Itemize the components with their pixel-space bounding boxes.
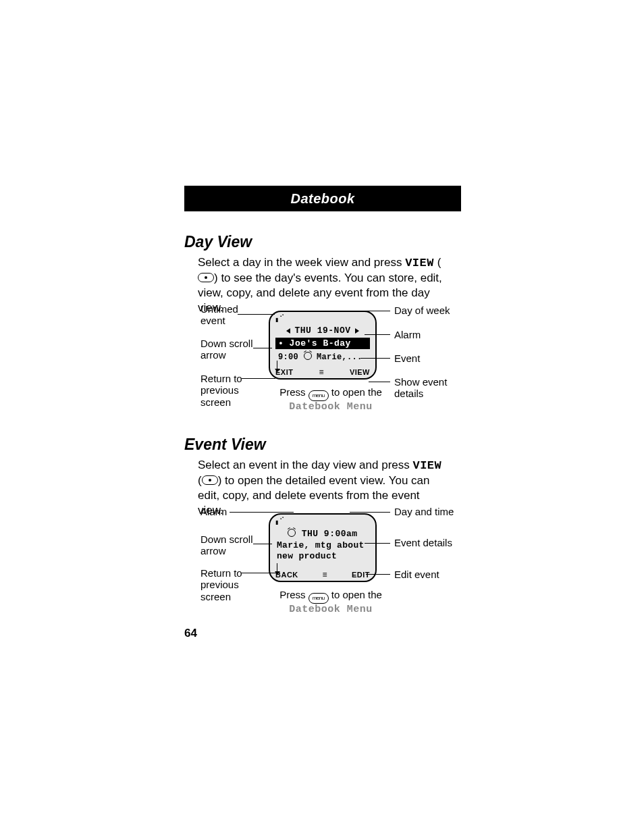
caption-press: Press [279, 386, 308, 398]
menu-name: Datebook Menu [289, 401, 373, 413]
event-view-caption: Press menu to open the Datebook Menu [270, 589, 392, 615]
soft-left[interactable]: BACK [275, 571, 298, 579]
menu-indicator-icon[interactable]: ≡ [323, 572, 328, 577]
alarm-icon [304, 352, 312, 360]
date-header-text: THU 19-NOV [294, 325, 350, 336]
callout-untimed-event: Untimed event [200, 303, 254, 327]
event-body-line2: new product [277, 551, 369, 562]
day-view-screen: THU 19-NOV • Joe's B-day 9:00 Marie,... … [269, 311, 377, 380]
nav-left-icon[interactable] [286, 328, 290, 334]
callout-alarm: Alarm [200, 506, 227, 517]
view-key: VIEW [405, 257, 434, 269]
callout-alarm: Alarm [394, 329, 421, 340]
view-key: VIEW [412, 459, 441, 472]
soft-left[interactable]: EXIT [275, 368, 293, 376]
soft-right[interactable]: VIEW [350, 368, 370, 376]
section-header-text: Datebook [290, 191, 354, 207]
callout-day-time: Day and time [394, 506, 454, 517]
intro-text-1: Select a day in the week view and press [198, 256, 405, 269]
signal-icon [275, 315, 285, 325]
menu-indicator-icon[interactable]: ≡ [319, 369, 324, 375]
event-line[interactable]: 9:00 Marie,... [278, 351, 370, 362]
softkey-row: BACK ≡ EDIT [270, 571, 375, 579]
callout-day-of-week: Day of week [394, 305, 450, 316]
menu-name: Datebook Menu [289, 604, 373, 615]
event-body-line1: Marie, mtg about [277, 540, 369, 551]
section-header: Datebook [184, 186, 461, 211]
page: Datebook Day View Select a day in the we… [0, 0, 644, 834]
caption-open: to open the [329, 589, 382, 600]
soft-right[interactable]: EDIT [352, 571, 370, 579]
callout-event-details: Event details [394, 537, 452, 548]
callout-down-scroll: Down scroll arrow [200, 338, 261, 361]
day-view-caption: Press menu to open the Datebook Menu [270, 386, 392, 413]
callout-show-details: Show event details [394, 376, 455, 400]
date-header-row: THU 19-NOV [270, 325, 375, 336]
intro-text-1: Select an event in the day view and pres… [198, 459, 412, 471]
day-view-title: Day View [184, 233, 252, 251]
nav-right-icon[interactable] [355, 328, 359, 334]
event-header-text: THU 9:00am [302, 529, 358, 539]
event-time: 9:00 [278, 353, 298, 362]
caption-open: to open the [329, 386, 382, 398]
page-number: 64 [184, 627, 197, 640]
menu-key-icon: menu [308, 390, 329, 401]
event-header-row: THU 9:00am [270, 528, 375, 539]
event-name: Marie,... [317, 353, 363, 362]
signal-icon [275, 517, 285, 527]
select-icon [198, 273, 214, 282]
select-icon [202, 475, 218, 485]
event-view-screen: THU 9:00am Marie, mtg about new product … [269, 513, 377, 582]
event-body: Marie, mtg about new product [277, 540, 369, 563]
event-view-title: Event View [184, 436, 266, 454]
menu-key-icon: menu [308, 593, 329, 604]
callout-event: Event [394, 353, 420, 364]
alarm-icon [288, 529, 296, 537]
highlighted-event[interactable]: • Joe's B-day [275, 338, 370, 349]
softkey-row: EXIT ≡ VIEW [270, 368, 375, 376]
callout-down-scroll: Down scroll arrow [200, 533, 261, 557]
caption-press: Press [279, 589, 308, 600]
callout-edit-event: Edit event [394, 569, 439, 580]
